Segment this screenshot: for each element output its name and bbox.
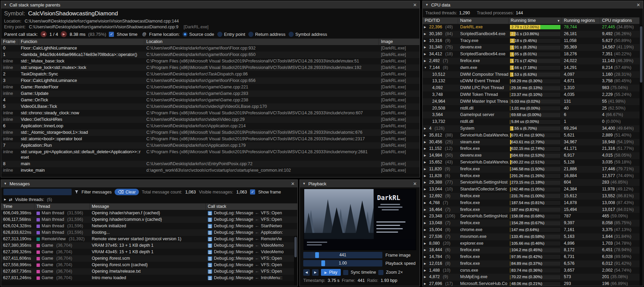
close-icon[interactable]: ✕ [291,181,295,186]
column-header-message[interactable]: Message [90,203,206,210]
expand-icon[interactable]: ▶ [424,281,427,286]
frame-image-slider[interactable]: 441 [303,252,382,258]
prev-frame-button[interactable]: ◀ [303,269,310,276]
callstack-cell[interactable]: DebugLog::Message←VFS::Open [206,210,297,216]
playback-speed-slider[interactable]: 1.00 [303,260,382,267]
column-header-cpu-migrations[interactable]: CPU migrations [600,17,640,24]
column-header-location[interactable]: Location [144,39,379,45]
sync-timeline-checkbox[interactable] [343,270,348,275]
message-row[interactable]: 606,049,398nsMain thread(31,596)Opening … [1,210,297,216]
cpu-row[interactable]: ▶8,080(20)explorer.exe105.66 ms (0.46%)4… [423,240,640,247]
message-row[interactable]: 627,831,246nsGame(36,704)Intro menu load… [1,275,297,281]
callstack-cell[interactable]: DebugLog::Message←VideoMemo [206,242,297,249]
cpu-row[interactable]: 4,092DWM LPC Port Thread29.16 ms (0.13%)… [423,85,640,91]
cpu-row[interactable]: ▶34,412(18)ScriptedSandbox64.exe1.85 s (… [423,51,640,58]
expand-icon[interactable]: ▶ [424,179,427,186]
messages-scrollbar[interactable] [294,236,297,285]
expand-icon[interactable]: ▶ [424,227,427,233]
next-frame-button[interactable]: ▶ [312,269,319,276]
callstack-frames-icon[interactable] [208,224,212,228]
column-header-thread[interactable]: Thread [34,203,90,210]
expand-icon[interactable]: ▶ [424,254,427,260]
column-header-callstack[interactable]: Call stack [206,203,297,210]
expand-icon[interactable]: ▶ [424,44,427,51]
cpu-row[interactable]: ▶4(126)System1.55 s (6.70%)69,29434,400(… [423,125,640,132]
expand-icon[interactable]: ▶ [424,186,427,193]
expand-icon[interactable]: ▶ [424,159,427,166]
column-header-function[interactable]: Function [19,39,144,45]
cpu-row[interactable]: 3,564GameInput server69.68 us (0.00%)64(… [423,112,640,118]
expand-icon[interactable]: ▶ [424,51,427,58]
close-icon[interactable]: ✕ [413,181,417,186]
message-filter-input[interactable] [3,189,72,195]
cpu-row[interactable]: ▶18,444(6)firefox.exe104.2 ms (0.45%)8,1… [423,247,640,254]
collapse-icon[interactable]: ▼ [4,182,7,185]
cpu-row[interactable]: ▶10,316(9)Tracy.exe2.18 s (9.45%)11,0585… [423,38,640,44]
message-row[interactable]: 627,380,356nsGame(36,704)VRAM 37x45: 13 … [1,242,297,249]
expand-icon[interactable]: ▶ [424,213,427,220]
expand-icon[interactable]: ▶ [424,31,427,38]
cpu-row[interactable]: ▶27,696(17)Microsoft.ServiceHub.Co48.06 … [423,281,640,286]
expand-icon[interactable]: ▶ [424,206,427,213]
frame-location-option[interactable]: Entry point [217,32,245,37]
expand-icon[interactable]: ▶ [424,274,427,281]
expand-icon[interactable]: ▶ [424,132,427,139]
callstack-frames-icon[interactable] [208,269,212,274]
cpu-row[interactable]: ▶23,348(106)ServiceHub.SettingsHost158.0… [423,213,640,220]
expand-icon[interactable]: ▶ [424,139,427,146]
callstack-cell[interactable]: DebugLog::Message←VFS::Open [206,268,297,275]
column-header-image[interactable]: Image [379,39,420,45]
callstack-frames-icon[interactable] [208,263,212,267]
column-header-pid-tid[interactable]: PID/TID [423,17,458,24]
prev-parent-button[interactable]: ◀ [41,31,47,37]
callstack-row[interactable]: inlineGame::UpdateC:\Users\wolf\Desktop\… [1,90,420,97]
callstack-row[interactable]: inlinestd::_Mutex_base::lockC:\Program F… [1,58,420,64]
cpu-row[interactable]: ▶12,692(9)firefox.exe231.76 ms (1.00%)15… [423,193,640,200]
column-header-time[interactable]: Time [1,203,34,210]
callstack-row[interactable]: 7Application::RunC:\Users\wolf\Desktop\d… [1,142,420,149]
callstack-frames-icon[interactable] [208,276,212,280]
message-row[interactable]: 626,024,328nsMain thread(31,596)Network … [1,223,297,229]
cpu-row[interactable]: ▶22,396(49)DarkRL.exe2.79 s (12.06%)78,7… [423,24,640,31]
callstack-row[interactable]: 8mainC:\Users\wolf\Desktop\darkrl\src\En… [1,161,420,167]
cpu-row[interactable]: ▶30,456(25)steam.exe643.61 ms (2.79%)34,… [423,139,640,146]
cpu-row[interactable]: ▶14,784(5)firefox.exe97.95 ms (0.42%)6,7… [423,254,640,260]
message-row[interactable]: 606,117,568nsMain thread(31,596)Opening … [1,216,297,223]
close-icon[interactable]: ✕ [636,2,640,8]
next-parent-button[interactable]: ▶ [61,31,67,37]
callstack-row[interactable]: inlinestd::_Atomic_storage<bool,1>::load… [1,129,420,136]
cpu-row[interactable]: 24,964DWM Master Input Threa5.03 ms (0.0… [423,98,640,105]
callstack-frames-icon[interactable] [208,230,212,235]
expand-icon[interactable]: ▶ [424,233,427,240]
callstack-cell[interactable]: DebugLog::Message←Application: [206,229,297,236]
message-row[interactable]: 627,558,996nsGame(36,704)Opening /forest… [1,262,297,268]
callstack-row[interactable]: 0Floor::CalcLightNoLuminanceC:\Users\wol… [1,45,420,52]
expand-icon[interactable]: ▶ [424,24,427,31]
callstack-frames-icon[interactable] [208,250,212,254]
collapse-icon[interactable]: ▼ [425,3,428,6]
callstack-row[interactable]: inlinestd::unique_lock<std::mutex>::lock… [1,64,420,71]
callstack-row[interactable]: 3Floor::CalcLightNoLuminanceC:\Users\wol… [1,77,420,84]
callstack-row[interactable]: 4Game::OnTickC:\Users\wolf\Desktop\darkr… [1,97,420,103]
expand-icon[interactable]: ▶ [424,125,427,132]
play-button[interactable]: ▶ Play [321,269,341,276]
expand-icon[interactable]: ▶ [424,166,427,173]
frame-location-option[interactable]: Symbol address [289,32,327,37]
close-icon[interactable]: ✕ [413,2,417,8]
callstack-cell[interactable]: DebugLog::Message←IntroMenu:: [206,275,297,281]
message-row[interactable]: 627,667,736nsGame(36,704)Opening /meta/r… [1,268,297,275]
collapse-icon[interactable]: ▼ [303,182,306,185]
callstack-row[interactable]: inlineGame::RenderFloorC:\Users\wolf\Des… [1,84,420,90]
cpu-row[interactable]: 20,508ntdll.dll1.01 ms (0.00%)4025(62.50… [423,105,640,112]
callstack-cell[interactable]: DebugLog::Message←StartNetwo [206,223,297,229]
cpu-row[interactable]: ▶14,984(50)devenv.exe584.69 ms (2.53%)6,… [423,152,640,159]
cpu-row[interactable]: ▶13,044(10)StandardCollector.Servic242.4… [423,186,640,193]
expand-icon[interactable]: ▶ [424,267,427,274]
message-row[interactable]: 626,833,622nsMain thread(31,596)Booting.… [1,229,297,236]
cpu-row[interactable]: ▶11,152(12)firefox.exe632.15 ms (2.74%)4… [423,145,640,152]
message-row[interactable]: 627,313,190nsRemoteView(31,392)Remote vi… [1,236,297,242]
column-header-name[interactable]: Name [458,17,509,24]
expand-icon[interactable]: ▼ [424,64,427,71]
callstack-row[interactable]: 5VideoGLBase::TickC:\Users\wolf\Desktop\… [1,103,420,110]
show-frame-checkbox[interactable]: ✓ [250,189,255,195]
